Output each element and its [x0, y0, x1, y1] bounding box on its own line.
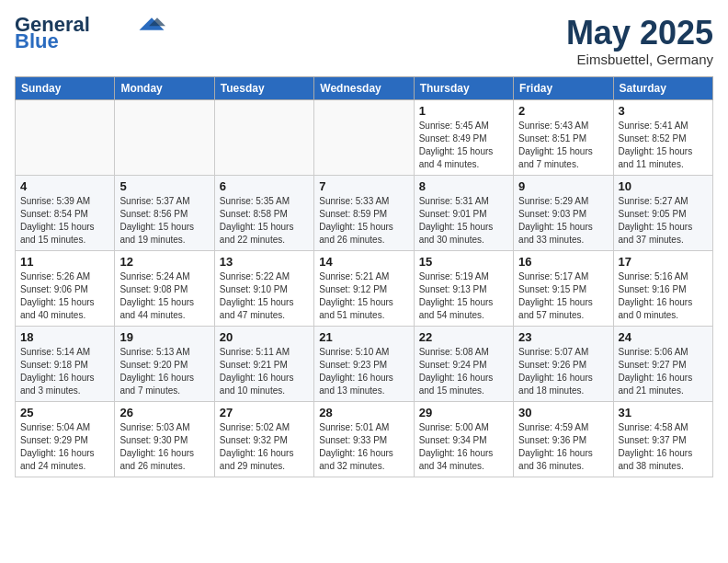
calendar-cell: 8Sunrise: 5:31 AM Sunset: 9:01 PM Daylig…	[414, 175, 513, 250]
day-number: 2	[518, 104, 608, 118]
calendar-cell: 2Sunrise: 5:43 AM Sunset: 8:51 PM Daylig…	[514, 99, 613, 175]
day-number: 22	[419, 330, 508, 344]
calendar-cell: 18Sunrise: 5:14 AM Sunset: 9:18 PM Dayli…	[16, 326, 115, 401]
day-info: Sunrise: 5:22 AM Sunset: 9:10 PM Dayligh…	[220, 270, 309, 322]
calendar-cell: 7Sunrise: 5:33 AM Sunset: 8:59 PM Daylig…	[314, 175, 414, 250]
day-info: Sunrise: 5:29 AM Sunset: 9:03 PM Dayligh…	[518, 195, 608, 247]
weekday-header-sunday: Sunday	[16, 76, 115, 99]
calendar-cell: 3Sunrise: 5:41 AM Sunset: 8:52 PM Daylig…	[613, 99, 712, 175]
calendar-cell: 25Sunrise: 5:04 AM Sunset: 9:29 PM Dayli…	[16, 401, 115, 477]
day-info: Sunrise: 5:07 AM Sunset: 9:26 PM Dayligh…	[518, 346, 608, 397]
day-number: 27	[220, 406, 309, 419]
weekday-header-wednesday: Wednesday	[314, 76, 414, 99]
calendar-cell: 23Sunrise: 5:07 AM Sunset: 9:26 PM Dayli…	[514, 326, 613, 401]
weekday-header-monday: Monday	[115, 76, 214, 99]
calendar-cell: 10Sunrise: 5:27 AM Sunset: 9:05 PM Dayli…	[613, 175, 712, 250]
day-info: Sunrise: 5:00 AM Sunset: 9:34 PM Dayligh…	[419, 421, 508, 473]
day-number: 13	[220, 255, 309, 269]
day-info: Sunrise: 5:26 AM Sunset: 9:06 PM Dayligh…	[20, 270, 109, 322]
day-number: 30	[518, 406, 608, 419]
calendar-week-row: 25Sunrise: 5:04 AM Sunset: 9:29 PM Dayli…	[16, 401, 713, 477]
calendar-cell	[16, 99, 115, 175]
day-number: 20	[220, 330, 309, 344]
calendar-cell: 11Sunrise: 5:26 AM Sunset: 9:06 PM Dayli…	[16, 250, 115, 326]
calendar-cell: 5Sunrise: 5:37 AM Sunset: 8:56 PM Daylig…	[115, 175, 214, 250]
calendar-cell	[214, 99, 313, 175]
day-info: Sunrise: 4:58 AM Sunset: 9:37 PM Dayligh…	[619, 421, 708, 473]
day-info: Sunrise: 5:04 AM Sunset: 9:29 PM Dayligh…	[20, 421, 109, 473]
title-block: May 2025 Eimsbuettel, Germany	[566, 15, 713, 67]
calendar-cell: 22Sunrise: 5:08 AM Sunset: 9:24 PM Dayli…	[414, 326, 513, 401]
day-info: Sunrise: 4:59 AM Sunset: 9:36 PM Dayligh…	[518, 421, 608, 473]
day-number: 21	[319, 330, 408, 344]
calendar-cell: 29Sunrise: 5:00 AM Sunset: 9:34 PM Dayli…	[414, 401, 513, 477]
day-number: 17	[619, 255, 708, 269]
day-number: 11	[20, 255, 109, 269]
calendar-cell: 9Sunrise: 5:29 AM Sunset: 9:03 PM Daylig…	[514, 175, 613, 250]
calendar-table: SundayMondayTuesdayWednesdayThursdayFrid…	[15, 76, 713, 477]
day-number: 12	[119, 255, 209, 269]
calendar-cell: 27Sunrise: 5:02 AM Sunset: 9:32 PM Dayli…	[214, 401, 313, 477]
calendar-cell: 21Sunrise: 5:10 AM Sunset: 9:23 PM Dayli…	[314, 326, 414, 401]
day-info: Sunrise: 5:03 AM Sunset: 9:30 PM Dayligh…	[119, 421, 209, 473]
day-info: Sunrise: 5:16 AM Sunset: 9:16 PM Dayligh…	[619, 270, 708, 322]
day-number: 8	[419, 179, 508, 193]
day-info: Sunrise: 5:06 AM Sunset: 9:27 PM Dayligh…	[619, 346, 708, 397]
weekday-header-saturday: Saturday	[613, 76, 712, 99]
day-number: 31	[619, 406, 708, 419]
calendar-cell: 4Sunrise: 5:39 AM Sunset: 8:54 PM Daylig…	[16, 175, 115, 250]
calendar-cell: 16Sunrise: 5:17 AM Sunset: 9:15 PM Dayli…	[514, 250, 613, 326]
weekday-header-friday: Friday	[514, 76, 613, 99]
calendar-cell	[314, 99, 414, 175]
day-number: 5	[119, 179, 209, 193]
day-info: Sunrise: 5:33 AM Sunset: 8:59 PM Dayligh…	[319, 195, 408, 247]
month-year-title: May 2025	[566, 15, 713, 52]
day-info: Sunrise: 5:31 AM Sunset: 9:01 PM Dayligh…	[419, 195, 508, 247]
logo-icon	[138, 16, 165, 32]
calendar-cell: 24Sunrise: 5:06 AM Sunset: 9:27 PM Dayli…	[613, 326, 712, 401]
calendar-cell: 13Sunrise: 5:22 AM Sunset: 9:10 PM Dayli…	[214, 250, 313, 326]
day-number: 7	[319, 179, 408, 193]
day-info: Sunrise: 5:13 AM Sunset: 9:20 PM Dayligh…	[119, 346, 209, 397]
logo-blue-text: Blue	[15, 31, 59, 52]
day-info: Sunrise: 5:43 AM Sunset: 8:51 PM Dayligh…	[518, 120, 608, 171]
day-number: 1	[419, 104, 508, 118]
day-info: Sunrise: 5:37 AM Sunset: 8:56 PM Dayligh…	[119, 195, 209, 247]
calendar-cell: 12Sunrise: 5:24 AM Sunset: 9:08 PM Dayli…	[115, 250, 214, 326]
day-number: 15	[419, 255, 508, 269]
calendar-cell: 30Sunrise: 4:59 AM Sunset: 9:36 PM Dayli…	[514, 401, 613, 477]
day-number: 26	[119, 406, 209, 419]
day-info: Sunrise: 5:21 AM Sunset: 9:12 PM Dayligh…	[319, 270, 408, 322]
calendar-cell: 20Sunrise: 5:11 AM Sunset: 9:21 PM Dayli…	[214, 326, 313, 401]
calendar-cell: 28Sunrise: 5:01 AM Sunset: 9:33 PM Dayli…	[314, 401, 414, 477]
day-info: Sunrise: 5:45 AM Sunset: 8:49 PM Dayligh…	[419, 120, 508, 171]
calendar-cell: 31Sunrise: 4:58 AM Sunset: 9:37 PM Dayli…	[613, 401, 712, 477]
day-number: 19	[119, 330, 209, 344]
page-header: General Blue May 2025 Eimsbuettel, Germa…	[15, 15, 713, 67]
day-number: 18	[20, 330, 109, 344]
calendar-cell: 14Sunrise: 5:21 AM Sunset: 9:12 PM Dayli…	[314, 250, 414, 326]
calendar-cell	[115, 99, 214, 175]
day-info: Sunrise: 5:17 AM Sunset: 9:15 PM Dayligh…	[518, 270, 608, 322]
day-number: 29	[419, 406, 508, 419]
location-subtitle: Eimsbuettel, Germany	[566, 52, 713, 67]
day-number: 4	[20, 179, 109, 193]
calendar-cell: 6Sunrise: 5:35 AM Sunset: 8:58 PM Daylig…	[214, 175, 313, 250]
day-number: 16	[518, 255, 608, 269]
calendar-cell: 19Sunrise: 5:13 AM Sunset: 9:20 PM Dayli…	[115, 326, 214, 401]
logo: General Blue	[15, 15, 165, 52]
day-number: 28	[319, 406, 408, 419]
calendar-cell: 17Sunrise: 5:16 AM Sunset: 9:16 PM Dayli…	[613, 250, 712, 326]
day-info: Sunrise: 5:41 AM Sunset: 8:52 PM Dayligh…	[619, 120, 708, 171]
day-info: Sunrise: 5:01 AM Sunset: 9:33 PM Dayligh…	[319, 421, 408, 473]
calendar-cell: 15Sunrise: 5:19 AM Sunset: 9:13 PM Dayli…	[414, 250, 513, 326]
day-info: Sunrise: 5:10 AM Sunset: 9:23 PM Dayligh…	[319, 346, 408, 397]
day-info: Sunrise: 5:11 AM Sunset: 9:21 PM Dayligh…	[220, 346, 309, 397]
day-number: 14	[319, 255, 408, 269]
day-info: Sunrise: 5:24 AM Sunset: 9:08 PM Dayligh…	[119, 270, 209, 322]
day-info: Sunrise: 5:39 AM Sunset: 8:54 PM Dayligh…	[20, 195, 109, 247]
day-info: Sunrise: 5:08 AM Sunset: 9:24 PM Dayligh…	[419, 346, 508, 397]
day-number: 24	[619, 330, 708, 344]
calendar-week-row: 4Sunrise: 5:39 AM Sunset: 8:54 PM Daylig…	[16, 175, 713, 250]
day-number: 9	[518, 179, 608, 193]
